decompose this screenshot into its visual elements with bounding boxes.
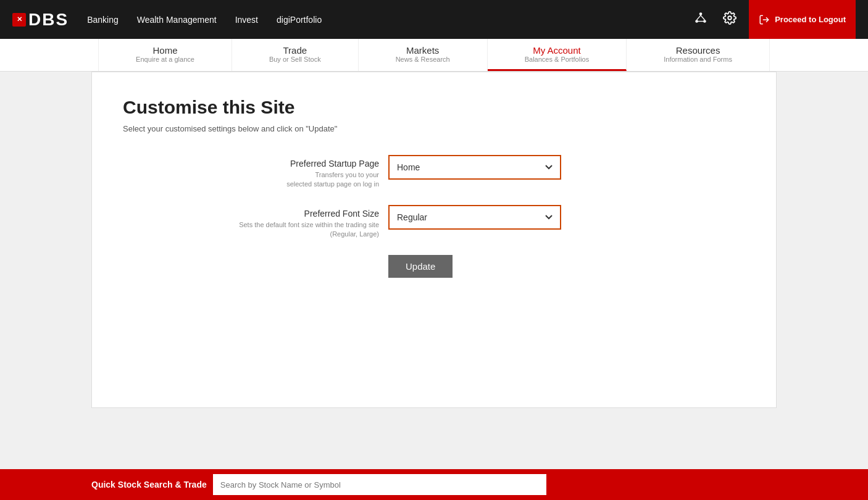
bottom-search-bar: Quick Stock Search & Trade: [0, 469, 868, 500]
sec-nav-home-label: Home: [136, 45, 194, 56]
update-button[interactable]: Update: [388, 255, 453, 278]
startup-page-label-group: Preferred Startup Page Transfers you to …: [123, 155, 388, 190]
top-navigation: ✕ DBS Banking Wealth Management Invest d…: [0, 0, 868, 39]
sec-nav-markets-label: Markets: [396, 45, 450, 56]
sec-nav-home-sub: Enquire at a glance: [136, 56, 194, 63]
font-size-row: Preferred Font Size Sets the default fon…: [123, 205, 745, 240]
nav-wealth-management[interactable]: Wealth Management: [137, 15, 217, 25]
logout-label: Proceed to Logout: [775, 15, 846, 24]
svg-point-6: [728, 16, 732, 20]
logo-text: DBS: [28, 10, 69, 30]
startup-page-label: Preferred Startup Page: [123, 159, 379, 169]
logout-button[interactable]: Proceed to Logout: [749, 0, 856, 39]
quick-search-input[interactable]: [213, 474, 546, 495]
svg-line-4: [701, 15, 704, 20]
quick-search-label: Quick Stock Search & Trade: [91, 480, 207, 490]
page-subtitle: Select your customised settings below an…: [123, 124, 745, 133]
font-size-control: Regular Large: [388, 205, 561, 230]
font-size-hint: Sets the default font size within the tr…: [123, 220, 379, 240]
font-size-select[interactable]: Regular Large: [388, 205, 561, 230]
svg-line-3: [697, 15, 701, 20]
main-content: Customise this Site Select your customis…: [91, 72, 777, 408]
sec-nav-markets[interactable]: Markets News & Research: [359, 39, 488, 71]
logo-icon: ✕: [12, 13, 26, 27]
dbs-logo[interactable]: ✕ DBS: [12, 10, 69, 30]
sec-nav-my-account-label: My Account: [525, 45, 590, 56]
startup-page-select[interactable]: Home Trade Markets My Account Resources: [388, 155, 561, 180]
top-nav-right: Proceed to Logout: [691, 0, 856, 39]
nav-invest[interactable]: Invest: [235, 15, 258, 25]
sec-nav-my-account[interactable]: My Account Balances & Portfolios: [488, 39, 627, 71]
network-icon-button[interactable]: [691, 8, 711, 31]
sec-nav-trade-label: Trade: [269, 45, 321, 56]
sec-nav-resources-sub: Information and Forms: [664, 56, 732, 63]
sec-nav-resources[interactable]: Resources Information and Forms: [627, 39, 770, 71]
startup-page-row: Preferred Startup Page Transfers you to …: [123, 155, 745, 190]
top-nav-left: ✕ DBS Banking Wealth Management Invest d…: [12, 10, 322, 30]
sec-nav-resources-label: Resources: [664, 45, 732, 56]
secondary-navigation: Home Enquire at a glance Trade Buy or Se…: [0, 39, 868, 72]
startup-page-control: Home Trade Markets My Account Resources: [388, 155, 561, 180]
update-row: Update: [123, 255, 745, 278]
font-size-label-group: Preferred Font Size Sets the default fon…: [123, 205, 388, 240]
nav-banking[interactable]: Banking: [87, 15, 119, 25]
font-size-label: Preferred Font Size: [123, 209, 379, 219]
nav-digiportfolio[interactable]: digiPortfolio: [277, 15, 322, 25]
sec-nav-markets-sub: News & Research: [396, 56, 450, 63]
settings-icon-button[interactable]: [720, 8, 740, 31]
top-nav-links: Banking Wealth Management Invest digiPor…: [87, 15, 322, 25]
startup-page-hint: Transfers you to yourselected startup pa…: [123, 170, 379, 190]
sec-nav-home[interactable]: Home Enquire at a glance: [98, 39, 232, 71]
sec-nav-trade-sub: Buy or Sell Stock: [269, 56, 321, 63]
sec-nav-trade[interactable]: Trade Buy or Sell Stock: [232, 39, 359, 71]
svg-point-0: [699, 12, 703, 15]
sec-nav-my-account-sub: Balances & Portfolios: [525, 56, 590, 63]
page-title: Customise this Site: [123, 97, 745, 118]
